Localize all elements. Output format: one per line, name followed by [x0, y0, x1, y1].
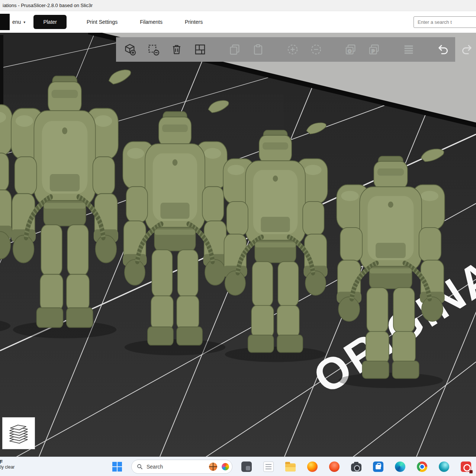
variable-layer-height-button[interactable]	[400, 41, 417, 58]
window-title: iations - PrusaSlicer-2.8.0 based on Sli…	[3, 3, 93, 8]
store-bag-icon	[373, 461, 383, 472]
firefox-app-icon[interactable]	[305, 459, 320, 475]
menu-button[interactable]: enu ▾	[12, 19, 25, 25]
tab-filaments[interactable]: Filaments	[132, 15, 170, 29]
split-to-objects-button[interactable]: O	[342, 41, 359, 58]
window-titlebar: iations - PrusaSlicer-2.8.0 based on Sli…	[0, 0, 476, 11]
tab-printers[interactable]: Printers	[177, 15, 210, 29]
start-button[interactable]	[109, 459, 125, 475]
decrease-instances-button[interactable]	[308, 41, 325, 58]
view-mode-stack-button[interactable]	[2, 417, 35, 449]
opera-icon	[329, 461, 340, 472]
camera-icon	[351, 463, 361, 472]
delete-all-button[interactable]	[168, 41, 185, 58]
bing-search-icon	[222, 463, 229, 470]
search-label: Search	[147, 464, 163, 470]
app-logo[interactable]	[0, 14, 10, 30]
edge-icon	[395, 461, 405, 472]
viewport-3d[interactable]: ORIGINAL	[0, 33, 476, 457]
prusaslicer-window: iations - PrusaSlicer-2.8.0 based on Sli…	[0, 0, 476, 476]
add-object-button[interactable]	[121, 41, 138, 58]
weather-widget[interactable]: °F stly clear	[0, 459, 15, 470]
scene-toolbar: O P	[116, 37, 455, 62]
globe-icon	[439, 461, 449, 472]
document-icon	[263, 461, 274, 472]
undo-button[interactable]	[435, 41, 452, 58]
tab-print-settings[interactable]: Print Settings	[79, 15, 125, 29]
taskbar: °F stly clear Search	[0, 457, 476, 476]
folder-icon	[285, 463, 296, 472]
file-explorer-app-icon[interactable]	[283, 459, 298, 475]
scene-canvas[interactable]: ORIGINAL	[0, 33, 476, 457]
search-input[interactable]	[414, 16, 476, 28]
svg-text:O: O	[348, 48, 351, 54]
chevron-down-icon: ▾	[23, 20, 25, 24]
recorder-app-icon[interactable]	[458, 459, 474, 475]
menu-bar: enu ▾ Plater Print Settings Filaments Pr…	[0, 11, 476, 33]
firefox-icon	[307, 461, 318, 472]
layers-stack-icon	[5, 420, 32, 446]
camera-app-icon[interactable]	[348, 459, 364, 475]
globe-app-icon[interactable]	[436, 459, 452, 475]
menu-label: enu	[12, 19, 21, 25]
redo-button[interactable]	[458, 41, 475, 58]
widgets-app-icon[interactable]	[239, 459, 254, 475]
chrome-icon	[417, 461, 427, 472]
weather-condition: stly clear	[0, 465, 15, 470]
basketball-icon	[209, 463, 217, 471]
notification-badge	[469, 470, 473, 474]
weather-temperature: °F	[0, 459, 15, 465]
store-app-icon[interactable]	[370, 459, 386, 475]
search-icon	[137, 464, 143, 470]
arrange-button[interactable]	[192, 41, 209, 58]
widgets-icon	[241, 461, 252, 472]
taskbar-search[interactable]: Search	[131, 460, 232, 474]
chrome-app-icon[interactable]	[414, 459, 430, 475]
taskbar-apps: Search	[109, 459, 474, 475]
windows-logo-icon	[112, 462, 122, 472]
tab-plater[interactable]: Plater	[33, 15, 67, 29]
split-to-parts-button[interactable]: P	[366, 41, 383, 58]
increase-instances-button[interactable]	[284, 41, 301, 58]
remove-object-button[interactable]	[145, 41, 162, 58]
paste-button[interactable]	[250, 41, 267, 58]
notepad-app-icon[interactable]	[261, 459, 276, 475]
svg-text:P: P	[372, 48, 375, 54]
opera-app-icon[interactable]	[327, 459, 342, 475]
copy-button[interactable]	[226, 41, 243, 58]
edge-app-icon[interactable]	[392, 459, 408, 475]
